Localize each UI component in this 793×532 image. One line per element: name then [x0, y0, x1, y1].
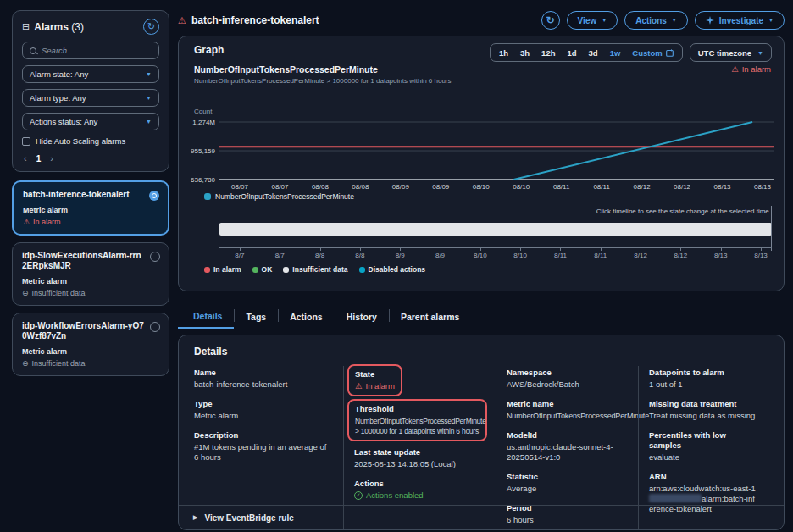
detail-tabs: DetailsTagsActionsHistoryParent alarms [178, 304, 785, 329]
x-axis-tick-label: 08/10 [513, 183, 530, 191]
field-label: Statistic [507, 472, 628, 482]
alarm-detail-header: ⚠ batch-inference-tokenalert ↻ View ▼ Ac… [178, 10, 785, 30]
checkbox-label: Hide Auto Scaling alarms [36, 136, 125, 146]
chevron-down-icon: ▼ [602, 18, 607, 23]
detail-field: Datapoints to alarm1 out of 1 [649, 368, 758, 390]
x-axis-tick-label: 08/10 [473, 183, 490, 191]
detail-field: Percentiles with low samplesevaluate [649, 430, 758, 463]
state-highlight-box: State⚠In alarm [347, 364, 402, 396]
tab-tags[interactable]: Tags [234, 304, 278, 329]
field-value: NumberOfInputTokensProcessedPerMinute > … [355, 416, 480, 436]
field-label: Actions [354, 479, 485, 489]
check-circle-icon: ✓ [354, 491, 363, 500]
time-range-12h[interactable]: 12h [535, 48, 561, 58]
filter-select[interactable]: Alarm state: Any▼ [22, 65, 159, 83]
investigate-button-label: Investigate [719, 16, 763, 25]
state-legend-item: OK [252, 265, 273, 274]
tab-parent-alarms[interactable]: Parent alarms [389, 304, 471, 329]
x-axis-tick-label: 08/13 [714, 183, 731, 191]
timeline-tick [480, 248, 481, 251]
timeline-tick-label: 8/11 [594, 252, 607, 259]
hide-autoscaling-checkbox[interactable]: Hide Auto Scaling alarms [22, 136, 159, 146]
field-value: evaluate [649, 452, 758, 463]
field-value: Metric alarm [194, 411, 333, 421]
state-legend-item: In alarm [204, 265, 241, 274]
alarm-count: (3) [71, 21, 84, 33]
view-button-label: View [578, 16, 597, 25]
state-legend-label: OK [262, 265, 273, 274]
alarm-list: batch-inference-tokenalertMetric alarm⚠I… [12, 180, 169, 376]
graph-panel: Graph 1h3h12h1d3d1wCustom UTC timezone ▼… [178, 36, 785, 291]
in-alarm-warning-icon: ⚠ [178, 15, 186, 26]
tab-details[interactable]: Details [178, 304, 234, 329]
alarm-list-item[interactable]: idp-WorkflowErrorsAlarm-yO70Wzf87vZnMetr… [12, 313, 169, 376]
detail-field: Metric nameNumberOfInputTokensProcessedP… [507, 399, 628, 421]
time-range-1d[interactable]: 1d [561, 48, 582, 58]
alarm-radio[interactable] [149, 191, 159, 201]
alarm-list-item[interactable]: batch-inference-tokenalertMetric alarm⚠I… [12, 180, 169, 236]
time-range-label: 3h [520, 48, 530, 58]
metric-legend-label: NumberOfInputTokensProcessedPerMinute [215, 192, 354, 201]
time-range-custom[interactable]: Custom [626, 48, 679, 58]
alarm-list-item[interactable]: idp-SlowExecutionsAlarm-rrn2ERpksMJRMetr… [12, 242, 169, 306]
y-axis-tick-label: 1.274M [179, 119, 215, 126]
header-refresh-button[interactable]: ↻ [541, 11, 560, 30]
filter-select-value: Alarm type: Any [30, 93, 86, 103]
page-number: 1 [36, 154, 42, 163]
alarm-item-type: Metric alarm [22, 277, 159, 285]
investigate-button[interactable]: Investigate ▼ [695, 11, 785, 30]
time-range-3h[interactable]: 3h [514, 48, 535, 58]
filter-select-value: Alarm state: Any [30, 69, 88, 79]
timeline-tick-label: 8/10 [513, 252, 527, 259]
view-eventbridge-rule-label: View EventBridge rule [204, 513, 293, 523]
x-axis-tick-label: 08/11 [593, 183, 609, 191]
prev-page-button[interactable]: ‹ [24, 153, 27, 163]
field-label: Metric name [507, 399, 628, 409]
time-range-3d[interactable]: 3d [583, 48, 604, 58]
alarm-item-type: Metric alarm [22, 347, 159, 356]
detail-field: ModelIdus.anthropic.claude-sonnet-4-2025… [507, 430, 628, 463]
time-range-label: 1h [499, 48, 508, 58]
time-range-1w[interactable]: 1w [604, 48, 627, 58]
view-eventbridge-rule-expander[interactable]: ▶ View EventBridge rule [179, 505, 784, 529]
threshold-highlight-box: ThresholdNumberOfInputTokensProcessedPer… [347, 399, 487, 441]
alarm-item-type: Metric alarm [23, 206, 158, 214]
x-axis-tick-label: 08/07 [271, 183, 288, 191]
field-label: Last state update [354, 447, 485, 457]
actions-button[interactable]: Actions ▼ [624, 11, 688, 30]
tab-actions[interactable]: Actions [278, 304, 335, 329]
view-button[interactable]: View ▼ [567, 11, 618, 30]
filter-select[interactable]: Actions status: Any▼ [22, 113, 159, 130]
metric-chart [219, 117, 774, 185]
x-axis-tick-label: 08/12 [634, 183, 651, 191]
tab-history[interactable]: History [335, 304, 389, 329]
sidebar-header: ⊟ Alarms (3) ↻ [22, 19, 159, 35]
timeline-tick-label: 8/8 [315, 252, 324, 259]
search-icon [30, 47, 36, 54]
detail-field: NamespaceAWS/Bedrock/Batch [507, 368, 628, 390]
filter-select[interactable]: Alarm type: Any▼ [22, 89, 159, 107]
details-heading: Details [194, 346, 768, 357]
state-timeline-bar[interactable] [219, 223, 772, 236]
timeline-tick-label: 8/8 [355, 252, 364, 259]
field-value: #1M tokens pending in an average of 6 ho… [194, 442, 333, 463]
timeline-tick-label: 8/10 [474, 252, 487, 259]
alarm-search-input[interactable]: Search [22, 42, 159, 59]
y-axis-tick-label: 636,780 [179, 176, 215, 184]
alarm-item-state-label: Insufficient data [32, 359, 86, 368]
page-title: batch-inference-tokenalert [191, 14, 535, 26]
field-value-state: ⚠In alarm [355, 381, 395, 391]
timeline-tick [400, 248, 401, 251]
insufficient-data-icon: ⊖ [22, 359, 29, 368]
time-range-label: 3d [589, 48, 598, 58]
next-page-button[interactable]: › [50, 153, 53, 163]
alarm-radio[interactable] [150, 252, 160, 262]
alarm-radio[interactable] [150, 322, 160, 332]
time-range-1h[interactable]: 1h [493, 48, 514, 58]
timeline-tick [560, 248, 561, 251]
sidebar-refresh-button[interactable]: ↻ [143, 19, 159, 35]
timeline-tick [280, 248, 280, 251]
field-label: Missing data treatment [649, 399, 758, 409]
timezone-dropdown[interactable]: UTC timezone ▼ [690, 43, 772, 62]
collapse-panel-icon[interactable]: ⊟ [22, 21, 30, 32]
